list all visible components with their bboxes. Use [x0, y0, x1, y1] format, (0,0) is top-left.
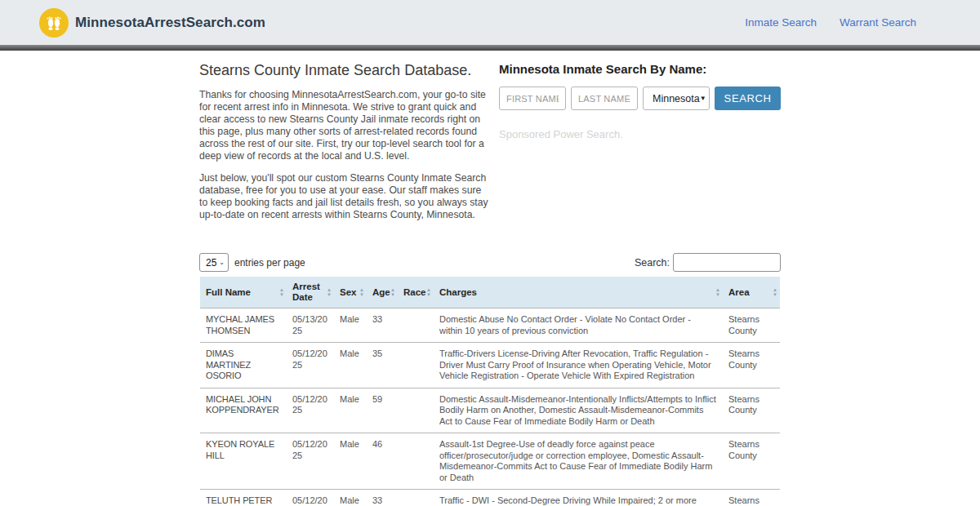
cell-sex: Male: [334, 343, 367, 388]
sort-arrows-icon[interactable]: ▲▼: [327, 287, 332, 297]
column-header-sex[interactable]: Sex▲▼: [334, 277, 367, 308]
cell-race: [398, 308, 434, 343]
cell-charges: Domestic Abuse No Contact Order - Violat…: [434, 308, 723, 343]
column-header-label: Sex: [340, 287, 356, 297]
table-row: DIMAS MARTINEZ OSORIO05/12/2025Male35Tra…: [200, 343, 780, 388]
cell-area: Stearns County: [723, 433, 780, 490]
entries-per-page-select[interactable]: 25 ⌄: [199, 253, 229, 272]
column-header-charges[interactable]: Charges▲▼: [434, 277, 723, 308]
cell-race: [398, 343, 434, 388]
search-button[interactable]: SEARCH: [715, 87, 781, 110]
cell-charges: Traffic - DWI - Second-Degree Driving Wh…: [434, 490, 723, 506]
table-row: KYEON ROYALE HILL05/12/2025Male46Assault…: [200, 433, 780, 490]
cell-full_name: KYEON ROYALE HILL: [200, 433, 287, 490]
cell-arrest_date: 05/12/2025: [287, 388, 334, 433]
site-header: MinnesotaArrestSearch.com Inmate Search …: [0, 0, 980, 45]
cell-area: Stearns County: [723, 388, 780, 433]
brand-home-link[interactable]: MinnesotaArrestSearch.com: [39, 8, 265, 38]
cell-sex: Male: [334, 388, 367, 433]
cell-age: 33: [367, 308, 398, 343]
table-row: MYCHAL JAMES THOMSEN05/13/2025Male33Dome…: [200, 308, 780, 343]
cell-race: [398, 388, 434, 433]
column-header-arrest_date[interactable]: Arrest Date▲▼: [287, 277, 334, 308]
column-header-area[interactable]: Area▲▼: [723, 277, 780, 308]
sort-arrows-icon[interactable]: ▲▼: [390, 287, 395, 297]
first-name-input[interactable]: [499, 87, 566, 110]
cell-arrest_date: 05/13/2025: [287, 308, 334, 343]
cell-charges: Traffic-Drivers License-Driving After Re…: [434, 343, 723, 388]
column-header-label: Age: [372, 287, 390, 297]
cell-sex: Male: [334, 490, 367, 506]
inmate-table: Full Name▲▼Arrest Date▲▼Sex▲▼Age▲▼Race▲▼…: [200, 277, 780, 506]
chevron-down-icon: ▼: [700, 95, 706, 102]
sponsored-note: Sponsored Power Search.: [499, 128, 781, 140]
column-header-label: Charges: [439, 287, 477, 297]
cell-age: 35: [367, 343, 398, 388]
sort-arrows-icon[interactable]: ▲▼: [715, 287, 720, 297]
sort-arrows-icon[interactable]: ▲▼: [279, 287, 284, 297]
footprints-logo-icon: [39, 8, 69, 38]
top-nav: Inmate Search Warrant Search: [745, 16, 916, 29]
cell-arrest_date: 05/12/2025: [287, 490, 334, 506]
column-header-label: Race: [403, 287, 426, 297]
cell-sex: Male: [334, 308, 367, 343]
entries-per-page-label: entries per page: [234, 257, 305, 269]
intro-paragraph-2: Just below, you'll spot our custom Stear…: [199, 172, 491, 221]
cell-sex: Male: [334, 433, 367, 490]
table-row: MICHAEL JOHN KOPPENDRAYER05/12/2025Male5…: [200, 388, 780, 433]
cell-area: Stearns County: [723, 343, 780, 388]
column-header-full_name[interactable]: Full Name▲▼: [200, 277, 287, 308]
cell-full_name: TELUTH PETER THUOK: [200, 490, 287, 506]
cell-arrest_date: 05/12/2025: [287, 343, 334, 388]
sort-arrows-icon[interactable]: ▲▼: [773, 287, 777, 297]
column-header-label: Arrest Date: [292, 282, 320, 302]
cell-charges: Assault-1st Degree-Use of deadly force a…: [434, 433, 723, 490]
entries-per-page-value: 25: [206, 257, 216, 269]
search-panel-heading: Minnesota Inmate Search By Name:: [499, 62, 781, 76]
chevron-down-icon: ⌄: [219, 259, 225, 266]
column-header-race[interactable]: Race▲▼: [398, 277, 434, 308]
table-controls: 25 ⌄ entries per page Search:: [199, 253, 781, 272]
nav-inmate-search-link[interactable]: Inmate Search: [745, 16, 817, 29]
nav-warrant-search-link[interactable]: Warrant Search: [840, 16, 916, 29]
inmate-search-form: Minnesota ▼ SEARCH: [499, 87, 781, 110]
cell-full_name: DIMAS MARTINEZ OSORIO: [200, 343, 287, 388]
sort-arrows-icon[interactable]: ▲▼: [426, 287, 431, 297]
state-select-value: Minnesota: [653, 93, 700, 104]
inmate-search-panel: Minnesota Inmate Search By Name: Minneso…: [496, 59, 781, 231]
cell-age: 46: [367, 433, 398, 490]
cell-race: [398, 433, 434, 490]
cell-full_name: MYCHAL JAMES THOMSEN: [200, 308, 287, 343]
cell-charges: Domestic Assault-Misdemeanor-Intentional…: [434, 388, 723, 433]
cell-arrest_date: 05/12/2025: [287, 433, 334, 490]
cell-area: Stearns County: [723, 308, 780, 343]
sort-arrows-icon[interactable]: ▲▼: [359, 287, 364, 297]
intro-paragraph-1: Thanks for choosing MinnesotaArrestSearc…: [199, 89, 491, 162]
table-search-label: Search:: [635, 257, 670, 269]
table-search-input[interactable]: [673, 253, 781, 272]
cell-race: [398, 490, 434, 506]
header-divider-bar: [0, 45, 980, 51]
cell-age: 33: [367, 490, 398, 506]
column-header-label: Full Name: [206, 287, 251, 297]
page-title: Stearns County Inmate Search Database.: [199, 62, 491, 79]
cell-area: Stearns County: [723, 490, 780, 506]
column-header-age[interactable]: Age▲▼: [367, 277, 398, 308]
column-header-label: Area: [728, 287, 750, 297]
state-select[interactable]: Minnesota ▼: [643, 87, 710, 110]
last-name-input[interactable]: [571, 87, 638, 110]
cell-age: 59: [367, 388, 398, 433]
brand-name: MinnesotaArrestSearch.com: [75, 15, 265, 31]
table-row: TELUTH PETER THUOK05/12/2025Male33Traffi…: [200, 490, 780, 506]
inmate-table-body: MYCHAL JAMES THOMSEN05/13/2025Male33Dome…: [200, 308, 780, 506]
table-header-row: Full Name▲▼Arrest Date▲▼Sex▲▼Age▲▼Race▲▼…: [200, 277, 780, 308]
cell-full_name: MICHAEL JOHN KOPPENDRAYER: [200, 388, 287, 433]
